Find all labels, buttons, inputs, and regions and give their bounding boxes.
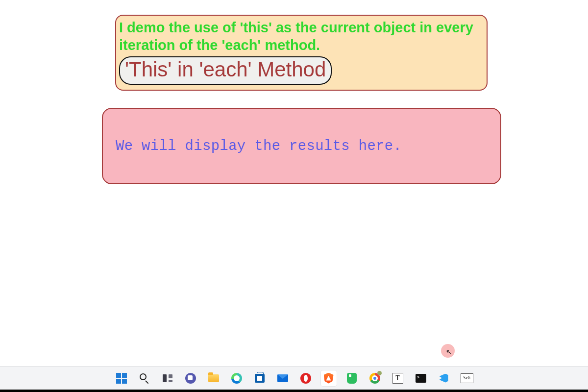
taskbar-edge[interactable] (229, 370, 245, 386)
taskbar-brave[interactable] (321, 370, 337, 386)
taskbar-mail[interactable] (275, 370, 291, 386)
taskbar-evernote[interactable] (344, 370, 360, 386)
store-icon (255, 374, 265, 383)
t-icon: T (392, 373, 403, 384)
chrome-icon (369, 373, 380, 384)
demo-card: I demo the use of 'this' as the current … (115, 15, 488, 91)
results-text: We will display the results here. (116, 138, 402, 154)
folder-icon (208, 374, 219, 382)
evernote-icon (347, 373, 357, 384)
taskbar-svg-tool[interactable]: S>G (459, 370, 475, 386)
terminal-icon (416, 374, 426, 383)
taskbar-store[interactable] (252, 370, 268, 386)
taskbar: T S>G (0, 366, 588, 390)
brave-icon (324, 373, 334, 384)
taskview-icon (163, 374, 172, 382)
svg-icon: S>G (461, 373, 473, 383)
taskbar-teams[interactable] (183, 370, 198, 386)
taskbar-text-editor[interactable]: T (390, 370, 406, 386)
vscode-icon (439, 373, 449, 384)
page: I demo the use of 'this' as the current … (0, 0, 588, 392)
taskbar-taskview[interactable] (160, 370, 175, 386)
cursor-icon: ↖ (445, 347, 453, 356)
taskbar-start[interactable] (114, 370, 129, 386)
demo-intro-text: I demo the use of 'this' as the current … (119, 19, 484, 54)
taskbar-vscode[interactable] (436, 370, 452, 386)
search-icon (140, 373, 149, 383)
opera-icon (300, 373, 311, 384)
edge-icon (231, 373, 242, 384)
taskbar-file-explorer[interactable] (206, 370, 221, 386)
taskbar-opera[interactable] (298, 370, 314, 386)
taskbar-terminal[interactable] (413, 370, 429, 386)
taskbar-chrome[interactable] (367, 370, 383, 386)
teams-icon (185, 373, 196, 384)
bottom-strip (0, 390, 588, 392)
windows-icon (116, 373, 127, 384)
results-card: We will display the results here. (102, 108, 501, 184)
taskbar-search[interactable] (137, 370, 152, 386)
this-in-each-button[interactable]: 'This' in 'each' Method (119, 56, 332, 85)
mail-icon (277, 374, 288, 382)
